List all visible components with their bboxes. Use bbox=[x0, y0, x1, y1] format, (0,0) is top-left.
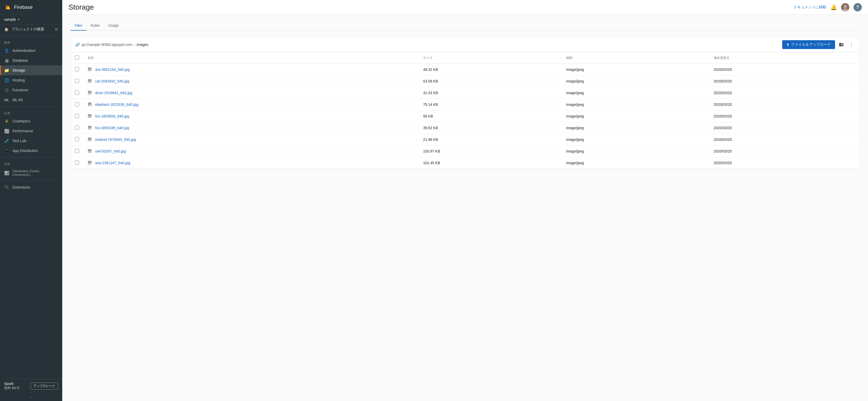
sidebar-item-authentication[interactable]: 👤 Authentication bbox=[0, 45, 62, 56]
file-type-icon bbox=[87, 67, 93, 72]
tab-rules[interactable]: Rules bbox=[87, 21, 104, 31]
sidebar-item-storage[interactable]: 📁 Storage bbox=[0, 65, 62, 75]
functions-icon: {} bbox=[4, 87, 9, 93]
file-name[interactable]: sea-2361247_640.jpg bbox=[95, 161, 130, 165]
file-browser-toolbar: 🔗 gs://sample-9f36d.appspot.com › images… bbox=[71, 37, 860, 52]
file-date: 2020/03/20 bbox=[710, 75, 860, 87]
file-size: 31.33 KB bbox=[419, 87, 562, 99]
section-label-quality: 品質 bbox=[0, 108, 62, 116]
add-folder-button[interactable] bbox=[837, 40, 845, 49]
file-browser: 🔗 gs://sample-9f36d.appspot.com › images… bbox=[70, 37, 860, 169]
help-button[interactable]: ? bbox=[854, 3, 862, 11]
file-table-body: ara-3601194_640.jpg 48.32 KB image/jpeg … bbox=[71, 64, 860, 169]
select-all-checkbox[interactable] bbox=[75, 56, 79, 60]
sidebar-item-label: Crashlytics bbox=[12, 119, 30, 123]
file-type: image/jpeg bbox=[562, 75, 710, 87]
row-checkbox[interactable] bbox=[75, 137, 79, 142]
row-checkbox-cell bbox=[71, 99, 83, 111]
sidebar-item-crashlytics[interactable]: ⚡ Crashlytics bbox=[0, 116, 62, 126]
home-icon: 🏠 bbox=[4, 27, 8, 31]
more-options-button[interactable]: ⋮ bbox=[847, 40, 855, 49]
row-name-cell: fox-1883658_640.jpg bbox=[83, 111, 419, 122]
user-avatar[interactable] bbox=[841, 3, 849, 11]
file-name[interactable]: owl-50267_640.jpg bbox=[95, 149, 126, 153]
tab-usage[interactable]: Usage bbox=[104, 21, 123, 31]
row-name-cell: owl-50267_640.jpg bbox=[83, 146, 419, 157]
file-type-icon bbox=[87, 137, 93, 142]
row-checkbox[interactable] bbox=[75, 102, 79, 106]
sidebar-item-testlab[interactable]: 🧪 Test Lab bbox=[0, 136, 62, 146]
upgrade-button[interactable]: アップグレード bbox=[31, 382, 58, 390]
performance-icon: 📈 bbox=[4, 128, 9, 133]
appdistribution-icon: 📱 bbox=[4, 148, 9, 153]
row-checkbox[interactable] bbox=[75, 126, 79, 130]
project-selector[interactable]: sample ▾ bbox=[0, 15, 62, 24]
file-size: 48.32 KB bbox=[419, 64, 562, 75]
table-row: iceland-1979445_640.jpg 21.98 KB image/j… bbox=[71, 134, 860, 146]
hosting-icon: 🌐 bbox=[4, 78, 9, 83]
sidebar-collapse-button[interactable]: ‹ bbox=[0, 393, 62, 401]
notification-bell-icon[interactable]: 🔔 bbox=[830, 4, 837, 10]
more-icon: ⋮ bbox=[849, 42, 854, 48]
file-type: image/jpeg bbox=[562, 99, 710, 111]
main-content: Storage ドキュメントに移動 🔔 ? Files Rules Usage bbox=[62, 0, 868, 401]
file-name[interactable]: fox-4893199_640.jpg bbox=[95, 126, 129, 130]
row-checkbox[interactable] bbox=[75, 91, 79, 95]
size-header: サイズ bbox=[419, 52, 562, 64]
sidebar-item-extensions[interactable]: 🔌 Extensions bbox=[0, 182, 62, 192]
sidebar-item-hosting[interactable]: 🌐 Hosting bbox=[0, 75, 62, 85]
sidebar: Firebase sample ▾ 🏠 プロジェクトの概要 ⚙ 開発 👤 Aut… bbox=[0, 0, 62, 401]
docs-link[interactable]: ドキュメントに移動 bbox=[794, 5, 826, 9]
row-checkbox[interactable] bbox=[75, 149, 79, 153]
path-breadcrumb: 🔗 gs://sample-9f36d.appspot.com › images bbox=[75, 42, 780, 47]
row-checkbox-cell bbox=[71, 157, 83, 169]
row-checkbox-cell bbox=[71, 75, 83, 87]
mlkit-icon: ML bbox=[4, 97, 9, 102]
file-size: 56 KB bbox=[419, 111, 562, 122]
sidebar-item-mlkit[interactable]: ML ML Kit bbox=[0, 95, 62, 105]
row-checkbox[interactable] bbox=[75, 67, 79, 71]
gear-icon[interactable]: ⚙ bbox=[55, 27, 58, 31]
table-row: dove-2516641_640.jpg 31.33 KB image/jpeg… bbox=[71, 87, 860, 99]
upload-button-label: ファイルをアップロード bbox=[791, 42, 831, 47]
file-size: 53.08 KB bbox=[419, 75, 562, 87]
upload-button[interactable]: ⬆ ファイルをアップロード bbox=[782, 40, 835, 49]
file-name[interactable]: iceland-1979445_640.jpg bbox=[95, 137, 136, 142]
chevron-down-icon: ▾ bbox=[18, 18, 20, 21]
file-name[interactable]: dove-2516641_640.jpg bbox=[95, 91, 132, 95]
file-size: 100.97 KB bbox=[419, 146, 562, 157]
sidebar-item-analytics[interactable]: 📊 Dashboard, Events, Conversions... bbox=[0, 167, 62, 179]
file-type: image/jpeg bbox=[562, 157, 710, 169]
storage-icon: 📁 bbox=[4, 68, 9, 73]
crashlytics-icon: ⚡ bbox=[4, 119, 9, 124]
file-table-header: 名前 サイズ 種類 最終更新日 bbox=[71, 52, 860, 64]
app-title: Firebase bbox=[14, 5, 33, 10]
file-name[interactable]: ara-3601194_640.jpg bbox=[95, 67, 130, 71]
current-folder: images bbox=[136, 42, 148, 47]
sidebar-item-label: Database bbox=[12, 58, 28, 63]
sidebar-item-performance[interactable]: 📈 Performance bbox=[0, 126, 62, 136]
row-checkbox[interactable] bbox=[75, 160, 79, 165]
folder-add-icon bbox=[839, 42, 844, 47]
file-name[interactable]: elephant-1822636_640.jpg bbox=[95, 102, 138, 106]
file-date: 2020/03/20 bbox=[710, 64, 860, 75]
file-table: 名前 サイズ 種類 最終更新日 ara-3601194_640.jpg bbox=[71, 52, 860, 169]
tab-files[interactable]: Files bbox=[70, 21, 87, 31]
sidebar-item-label: Functions bbox=[12, 88, 28, 92]
plan-detail: 無料 $0/月 bbox=[4, 386, 20, 390]
sidebar-item-appdistribution[interactable]: 📱 App Distribution bbox=[0, 146, 62, 156]
sidebar-item-database[interactable]: ▦ Database bbox=[0, 56, 62, 65]
sidebar-item-functions[interactable]: {} Functions bbox=[0, 85, 62, 95]
table-row: fox-4893199_640.jpg 39.92 KB image/jpeg … bbox=[71, 122, 860, 134]
row-checkbox[interactable] bbox=[75, 114, 79, 118]
sidebar-item-label: Dashboard, Events, Conversions... bbox=[12, 169, 58, 177]
file-type-icon bbox=[87, 79, 93, 84]
nav-home[interactable]: 🏠 プロジェクトの概要 ⚙ bbox=[0, 24, 62, 34]
file-name[interactable]: cat-2083492_640.jpg bbox=[95, 79, 129, 83]
table-row: fox-1883658_640.jpg 56 KB image/jpeg 202… bbox=[71, 111, 860, 122]
file-name[interactable]: fox-1883658_640.jpg bbox=[95, 114, 129, 118]
file-type-icon bbox=[87, 90, 93, 95]
row-checkbox[interactable] bbox=[75, 79, 79, 83]
row-checkbox-cell bbox=[71, 146, 83, 157]
topbar-left: Storage bbox=[68, 3, 94, 11]
